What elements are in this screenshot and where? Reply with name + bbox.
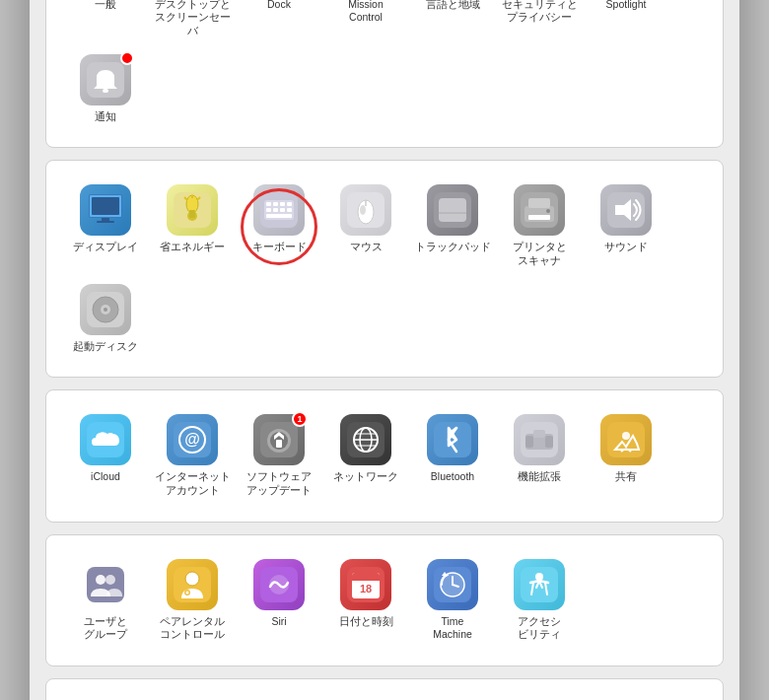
item-bluetooth[interactable]: Bluetooth [409, 406, 496, 505]
item-parental[interactable]: ペアレンタルコントロール [149, 551, 236, 650]
svg-rect-51 [266, 208, 271, 212]
energy-label: 省エネルギー [160, 241, 225, 254]
dock-label: Dock [267, 0, 291, 11]
item-spotlight[interactable]: Spotlight [583, 0, 669, 46]
mouse-label: マウス [350, 241, 383, 254]
item-keyboard[interactable]: キーボード [236, 176, 322, 275]
item-dock[interactable]: Dock [236, 0, 322, 46]
items-grid-2: ディスプレイ [62, 176, 707, 361]
users-label: ユーザとグループ [84, 615, 127, 642]
item-security[interactable]: セキュリティとプライバシー [496, 0, 583, 46]
keyboard-icon [253, 184, 305, 236]
section-internet: iCloud @ インターネットアカウント [45, 389, 724, 522]
item-icloud[interactable]: iCloud [62, 406, 149, 505]
item-extension[interactable]: 機能拡張 [496, 406, 583, 505]
internet-icon: @ [167, 414, 218, 465]
sharing-icon [600, 414, 652, 465]
svg-rect-115 [521, 567, 558, 602]
bluetooth-label: Bluetooth [431, 470, 474, 484]
startup-label: 起動ディスク [73, 340, 138, 354]
mouse-icon [340, 184, 391, 236]
svg-rect-32 [103, 89, 108, 93]
svg-text:18: 18 [360, 583, 372, 595]
item-printer[interactable]: プリンタとスキャナ [496, 176, 583, 275]
item-desktop[interactable]: デスクトップとスクリーンセーバ [149, 0, 236, 46]
content-area: File New 一般 [30, 0, 739, 700]
accessibility-label: アクセシビリティ [518, 615, 561, 642]
svg-rect-35 [92, 197, 119, 215]
svg-rect-36 [102, 218, 109, 221]
item-language[interactable]: 言語と地域 [409, 0, 496, 46]
svg-rect-92 [525, 436, 533, 448]
icloud-label: iCloud [91, 470, 120, 484]
item-general[interactable]: File New 一般 [62, 0, 149, 46]
item-trackball[interactable]: TrackballWorks [62, 695, 149, 700]
sharing-label: 共有 [615, 470, 637, 484]
notification-label: 通知 [95, 110, 116, 124]
datetime-icon: 18 [340, 559, 391, 610]
svg-rect-96 [87, 567, 124, 602]
item-sound[interactable]: サウンド [583, 176, 669, 275]
extension-icon [514, 414, 565, 465]
section-system: ユーザとグループ [45, 534, 724, 666]
svg-point-59 [360, 205, 366, 215]
spotlight-label: Spotlight [606, 0, 647, 11]
item-mouse[interactable]: マウス [322, 176, 409, 275]
svg-rect-66 [528, 215, 550, 220]
item-timemachine[interactable]: TimeMachine [409, 551, 496, 650]
item-trackpad[interactable]: トラックパッド [409, 176, 496, 275]
software-icon: 1 [253, 414, 305, 465]
section-personal: File New 一般 [45, 0, 724, 148]
item-users[interactable]: ユーザとグループ [62, 551, 149, 650]
notification-icon [80, 54, 131, 105]
svg-rect-108 [352, 578, 380, 581]
svg-rect-48 [273, 202, 278, 206]
svg-point-95 [622, 432, 630, 440]
mission-label: MissionControl [348, 0, 384, 25]
item-datetime[interactable]: 18 日付と時刻 [322, 551, 409, 650]
svg-rect-47 [266, 202, 271, 206]
item-siri[interactable]: Siri [236, 551, 322, 650]
svg-rect-49 [280, 202, 285, 206]
notification-badge [120, 51, 134, 65]
items-grid-5: TrackballWorks [62, 695, 707, 700]
item-software[interactable]: 1 ソフトウェアアップデート [236, 406, 322, 505]
section-thirdparty: TrackballWorks [45, 678, 724, 700]
svg-point-98 [105, 575, 115, 585]
network-icon [340, 414, 391, 465]
svg-point-100 [185, 572, 199, 586]
section-hardware: ディスプレイ [45, 160, 724, 378]
svg-rect-52 [273, 208, 278, 212]
item-sharp[interactable]: SharpTouchDisplay [149, 695, 236, 700]
svg-rect-54 [287, 208, 292, 212]
item-display[interactable]: ディスプレイ [62, 176, 149, 275]
svg-rect-61 [439, 198, 466, 222]
svg-point-67 [546, 209, 550, 213]
parental-icon [167, 559, 218, 610]
language-label: 言語と地域 [426, 0, 480, 11]
item-internet[interactable]: @ インターネットアカウント [149, 406, 236, 505]
svg-rect-88 [434, 422, 471, 457]
item-mission[interactable]: MissionControl [322, 0, 409, 46]
display-label: ディスプレイ [73, 241, 138, 254]
item-network[interactable]: ネットワーク [322, 406, 409, 505]
internet-label: インターネットアカウント [155, 470, 231, 497]
svg-rect-37 [97, 221, 114, 223]
siri-label: Siri [271, 615, 286, 629]
items-grid-3: iCloud @ インターネットアカウント [62, 406, 707, 505]
printer-label: プリンタとスキャナ [513, 241, 567, 267]
keyboard-label: キーボード [252, 241, 307, 254]
svg-rect-50 [287, 202, 292, 206]
network-label: ネットワーク [333, 470, 398, 484]
item-accessibility[interactable]: アクセシビリティ [496, 551, 583, 650]
item-notification[interactable]: 通知 [62, 46, 149, 132]
item-startup[interactable]: 起動ディスク [62, 276, 149, 362]
bluetooth-icon [427, 414, 478, 465]
extension-label: 機能拡張 [518, 470, 561, 484]
general-label: 一般 [95, 0, 116, 11]
software-label: ソフトウェアアップデート [246, 470, 312, 497]
item-energy[interactable]: 省エネルギー [149, 176, 236, 275]
sound-icon [600, 184, 652, 236]
display-icon [80, 184, 131, 236]
item-sharing[interactable]: 共有 [583, 406, 669, 505]
